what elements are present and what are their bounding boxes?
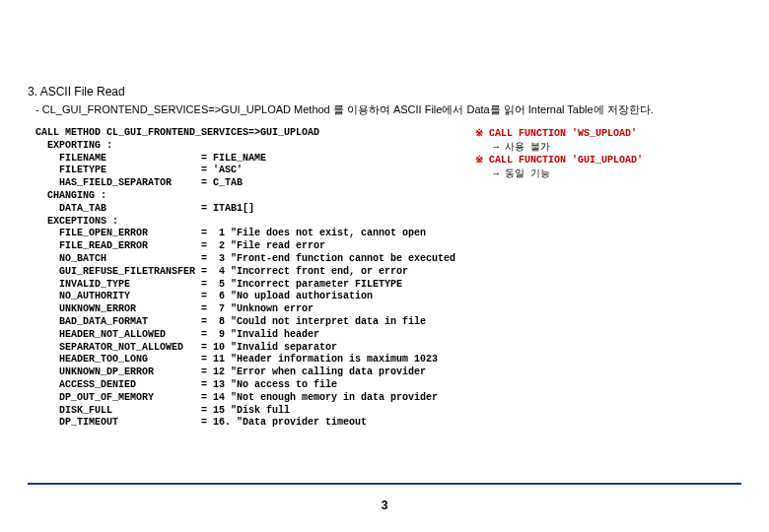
section-description: - CL_GUI_FRONTEND_SERVICES=>GUI_UPLOAD M…	[35, 102, 741, 117]
reference-mark-icon: ※	[475, 128, 489, 139]
section-title: 3. ASCII File Read	[28, 85, 741, 99]
page-number: 3	[0, 499, 769, 512]
abap-code-block: CALL METHOD CL_GUI_FRONTEND_SERVICES=>GU…	[35, 127, 455, 430]
footer-divider	[28, 483, 741, 485]
code-row: CALL METHOD CL_GUI_FRONTEND_SERVICES=>GU…	[35, 127, 741, 430]
content-area: 3. ASCII File Read - CL_GUI_FRONTEND_SER…	[0, 0, 769, 430]
slide-page: 3. ASCII File Read - CL_GUI_FRONTEND_SER…	[0, 0, 769, 532]
side-note: ※ CALL FUNCTION 'WS_UPLOAD' → 사용 불가 ※ CA…	[475, 127, 643, 180]
reference-mark-icon: ※	[475, 155, 489, 166]
